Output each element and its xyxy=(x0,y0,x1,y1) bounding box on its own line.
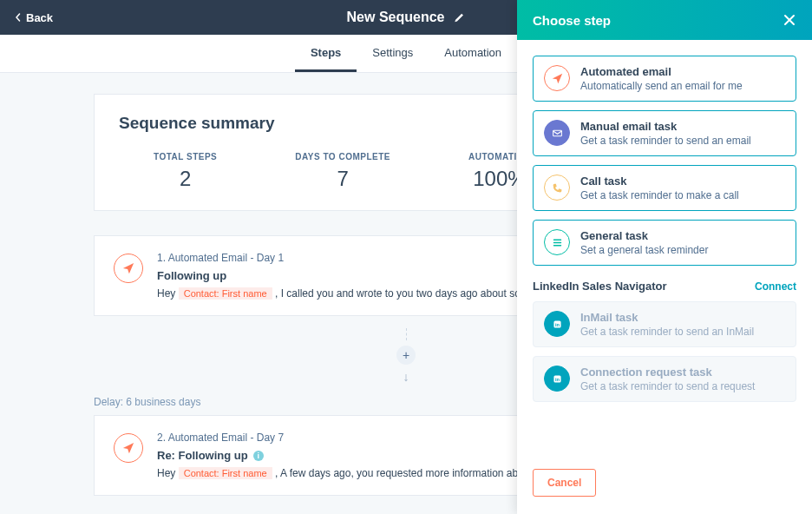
option-title: Manual email task xyxy=(580,120,751,133)
panel-title: Choose step xyxy=(533,13,611,28)
option-title: Call task xyxy=(580,175,739,188)
option-title: Connection request task xyxy=(580,366,755,379)
linkedin-icon: in xyxy=(544,311,570,337)
delay-value: 6 business days xyxy=(126,396,200,408)
linkedin-icon: in xyxy=(544,366,570,392)
tab-steps[interactable]: Steps xyxy=(295,35,357,72)
choose-step-panel: Choose step Automated email Automaticall… xyxy=(517,0,812,514)
option-desc: Automatically send an email for me xyxy=(580,80,743,92)
mail-icon xyxy=(544,120,570,146)
option-general-task[interactable]: General task Set a general task reminder xyxy=(533,220,796,266)
phone-icon xyxy=(544,175,570,201)
stat-value: 7 xyxy=(295,167,390,191)
stat-label: TOTAL STEPS xyxy=(154,152,217,161)
svg-text:in: in xyxy=(554,321,560,326)
send-icon xyxy=(114,254,143,283)
option-desc: Get a task reminder to send an InMail xyxy=(580,326,754,338)
personalization-token: Contact: First name xyxy=(179,287,272,300)
stat-value: 2 xyxy=(154,167,217,191)
option-call-task[interactable]: Call task Get a task reminder to make a … xyxy=(533,165,796,211)
panel-header: Choose step xyxy=(517,0,812,40)
close-icon[interactable] xyxy=(783,13,796,27)
chevron-left-icon xyxy=(14,13,23,22)
personalization-token: Contact: First name xyxy=(179,467,272,479)
svg-rect-0 xyxy=(553,130,561,136)
option-desc: Set a general task reminder xyxy=(580,244,708,256)
panel-body: Automated email Automatically send an em… xyxy=(517,40,812,469)
delay-label: Delay: xyxy=(94,396,123,408)
tab-label: Steps xyxy=(311,46,341,59)
list-icon xyxy=(544,229,570,255)
page-title: New Sequence xyxy=(347,10,445,25)
option-desc: Get a task reminder to send a request xyxy=(580,380,755,392)
back-button[interactable]: Back xyxy=(0,11,67,24)
send-icon xyxy=(114,433,143,463)
stat-label: DAYS TO COMPLETE xyxy=(295,152,390,161)
connect-link[interactable]: Connect xyxy=(755,280,796,293)
page-title-wrap: New Sequence xyxy=(347,10,466,25)
tab-automation[interactable]: Automation xyxy=(429,35,517,72)
linkedin-label: LinkedIn Sales Navigator xyxy=(533,280,667,293)
panel-footer: Cancel xyxy=(517,469,812,514)
cancel-button[interactable]: Cancel xyxy=(533,469,596,497)
svg-text:in: in xyxy=(554,376,560,381)
stat: DAYS TO COMPLETE 7 xyxy=(295,152,390,191)
back-label: Back xyxy=(26,11,53,24)
tab-settings[interactable]: Settings xyxy=(357,35,429,72)
tab-label: Settings xyxy=(372,46,413,59)
option-connection-request: in Connection request task Get a task re… xyxy=(533,356,796,402)
pencil-icon[interactable] xyxy=(453,11,465,23)
send-icon xyxy=(544,65,570,91)
info-icon[interactable]: i xyxy=(253,451,264,461)
option-desc: Get a task reminder to send an email xyxy=(580,135,751,147)
option-desc: Get a task reminder to make a call xyxy=(580,189,739,201)
option-manual-email[interactable]: Manual email task Get a task reminder to… xyxy=(533,110,796,156)
option-inmail-task: in InMail task Get a task reminder to se… xyxy=(533,301,796,347)
linkedin-section: LinkedIn Sales Navigator Connect xyxy=(533,280,796,293)
arrow-down-icon: ↓ xyxy=(403,370,409,384)
add-step-button[interactable]: + xyxy=(396,346,416,365)
option-title: Automated email xyxy=(580,65,743,78)
option-title: InMail task xyxy=(580,311,754,324)
option-automated-email[interactable]: Automated email Automatically send an em… xyxy=(533,56,796,102)
tab-label: Automation xyxy=(444,46,501,59)
option-title: General task xyxy=(580,229,708,242)
stat: TOTAL STEPS 2 xyxy=(154,152,217,191)
